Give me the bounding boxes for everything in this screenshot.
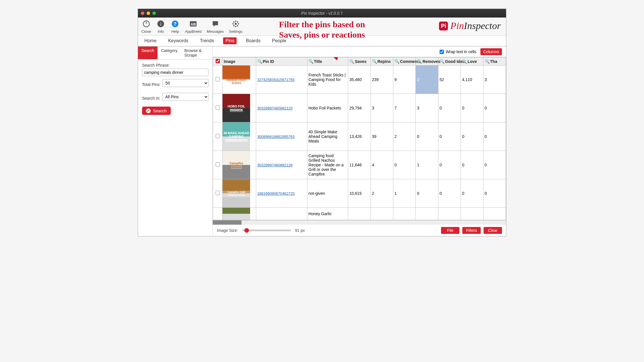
row-checkbox[interactable] [216, 191, 220, 195]
pin-thumbnail[interactable] [223, 208, 250, 220]
wrap-text-toggle[interactable]: Wrap text in cells [440, 49, 476, 54]
sub-tab-browse-scrape[interactable]: Browse & Scrape [181, 47, 212, 59]
row-checkbox[interactable] [216, 105, 220, 110]
col-header-image[interactable]: Image [223, 57, 256, 66]
search-in-select[interactable]: All Pins [162, 93, 208, 101]
cell-tha[interactable]: 0 [483, 122, 506, 151]
cell-removes[interactable] [416, 208, 438, 220]
toolbar-close-button[interactable]: Close [141, 19, 151, 34]
col-header-tha[interactable]: 🔍Tha [483, 57, 506, 66]
col-header-good-idea[interactable]: 🔍Good Idea [438, 57, 461, 66]
col-header-love[interactable]: 🔍Love [461, 57, 483, 66]
search-phrase-input[interactable] [142, 69, 208, 76]
cell-repins[interactable]: 39 [371, 122, 393, 151]
col-header-checkbox[interactable] [213, 57, 223, 66]
cell-love[interactable]: 4,110 [461, 66, 483, 94]
cell-love[interactable]: 0 [461, 122, 483, 151]
pin-thumbnail[interactable]: Campfire Chili Cheese Fries [223, 179, 250, 207]
cell-saves[interactable]: 29,794 [348, 94, 371, 122]
pin-id-link[interactable]: 30328997480882128 [257, 163, 293, 167]
pin-thumbnail[interactable]: 40 MAKE AHEAD CAMPINGFREEZER MEALS [223, 122, 250, 151]
toolbar-messages-button[interactable]: Messages [207, 19, 224, 34]
select-all-checkbox[interactable] [216, 59, 220, 63]
sub-tab-category[interactable]: Category [158, 47, 181, 59]
col-header-pin-id[interactable]: 🔍Pin ID [256, 57, 307, 66]
cell-love[interactable]: 0 [461, 94, 483, 122]
file-button[interactable]: File [441, 227, 459, 234]
total-pins-select[interactable]: 50 [162, 79, 208, 87]
cell-good[interactable]: 0 [438, 94, 461, 122]
cell-removes[interactable]: 2 [416, 66, 438, 94]
minimize-window-button[interactable] [147, 11, 150, 15]
nav-tab-boards[interactable]: Boards [244, 37, 263, 44]
cell-saves[interactable] [348, 208, 371, 220]
pin-thumbnail[interactable]: CAMPINGFRENCH TOAST STICKS [223, 66, 250, 94]
cell-tha[interactable]: 0 [483, 151, 506, 179]
toolbar-help-button[interactable]: ?Help [170, 19, 180, 34]
close-window-button[interactable] [141, 11, 144, 15]
cell-repins[interactable]: 3 [371, 94, 393, 122]
col-header-title[interactable]: 🔍Title [307, 57, 348, 66]
cell-repins[interactable]: 2 [371, 179, 393, 208]
wrap-text-checkbox[interactable] [440, 50, 444, 54]
pin-id-link[interactable]: 327425835415671755 [257, 78, 295, 82]
nav-tab-keywords[interactable]: Keywords [166, 37, 191, 44]
cell-removes[interactable]: 3 [416, 94, 438, 122]
cell-repins[interactable] [371, 208, 393, 220]
col-header-repins[interactable]: 🔍Repins [371, 57, 393, 66]
cell-repins[interactable]: 4 [371, 151, 393, 179]
cell-good[interactable]: 0 [438, 179, 461, 208]
col-header-comments[interactable]: 🔍Comments [393, 57, 416, 66]
cell-good[interactable]: 0 [438, 122, 461, 151]
cell-good[interactable]: 52 [438, 66, 461, 94]
cell-comments[interactable]: 0 [393, 151, 416, 179]
row-checkbox[interactable] [216, 134, 220, 138]
cell-repins[interactable]: 239 [371, 66, 393, 94]
cell-saves[interactable]: 13,426 [348, 122, 371, 151]
cell-saves[interactable]: 10,615 [348, 179, 371, 208]
pin-thumbnail[interactable]: CampfireNachos [223, 151, 250, 179]
cell-tha[interactable]: 0 [483, 179, 506, 208]
pin-thumbnail[interactable]: HOBO FOILPACKETS [223, 94, 250, 122]
clear-button[interactable]: Clear [484, 227, 502, 234]
cell-comments[interactable] [393, 208, 416, 220]
cell-removes[interactable]: 1 [416, 151, 438, 179]
toolbar-info-button[interactable]: iInfo [156, 19, 165, 34]
row-checkbox[interactable] [216, 77, 220, 81]
search-button[interactable]: ✔ Search [142, 107, 171, 115]
cell-love[interactable]: 0 [461, 179, 483, 208]
cell-comments[interactable]: 7 [393, 94, 416, 122]
pin-id-link[interactable]: 30328997480882120 [257, 106, 293, 110]
nav-tab-home[interactable]: Home [142, 37, 159, 44]
zoom-window-button[interactable] [152, 11, 156, 15]
cell-comments[interactable]: 9 [393, 66, 416, 94]
cell-tha[interactable]: 3 [483, 66, 506, 94]
cell-tha[interactable] [483, 208, 506, 220]
cell-good[interactable]: 0 [438, 151, 461, 179]
col-header-saves[interactable]: 🔍Saves [348, 57, 371, 66]
h-scroll-thumb[interactable] [213, 220, 241, 225]
cell-love[interactable] [461, 208, 483, 220]
cell-comments[interactable]: 2 [393, 122, 416, 151]
row-checkbox[interactable] [216, 162, 220, 167]
image-size-slider[interactable] [242, 230, 291, 231]
nav-tab-pins[interactable]: Pins [223, 37, 237, 44]
pin-id-link[interactable]: 300896818862095763 [257, 134, 295, 139]
cell-saves[interactable]: 11,646 [348, 151, 371, 179]
cell-comments[interactable]: 1 [393, 179, 416, 208]
slider-knob[interactable] [244, 228, 249, 233]
cell-removes[interactable]: 0 [416, 122, 438, 151]
columns-button[interactable]: Columns [480, 48, 502, 55]
h-scrollbar[interactable] [213, 220, 506, 225]
filters-button[interactable]: Filters [462, 227, 481, 234]
cell-removes[interactable]: 0 [416, 179, 438, 208]
sub-tab-search[interactable]: Search [138, 47, 158, 59]
pin-id-link[interactable]: 188166090670462725 [257, 191, 295, 196]
toolbar-appbreed-button[interactable]: ABAppBreed [185, 19, 202, 34]
cell-love[interactable]: 0 [461, 151, 483, 179]
cell-good[interactable] [438, 208, 461, 220]
toolbar-settings-button[interactable]: Settings [229, 19, 242, 34]
cell-saves[interactable]: 35,460 [348, 66, 371, 94]
cell-tha[interactable]: 0 [483, 94, 506, 122]
nav-tab-trends[interactable]: Trends [198, 37, 216, 44]
